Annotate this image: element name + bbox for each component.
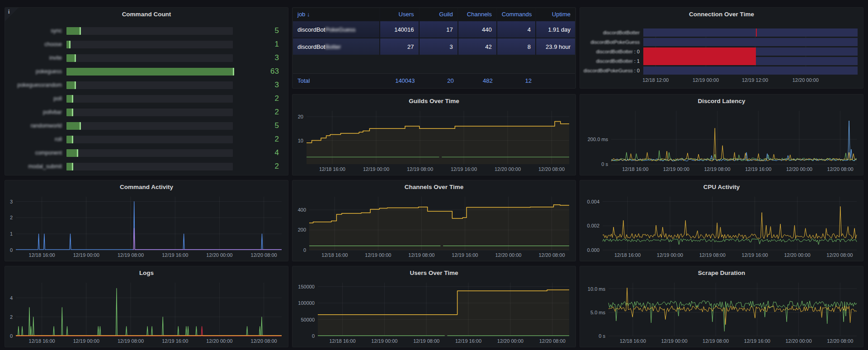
column-header-uptime[interactable]: Uptime [536,8,575,20]
total-value: 12 [497,74,536,88]
command-bar-row: choose1 [9,40,281,48]
svg-text:0.004: 0.004 [587,199,599,204]
panel-users-over-time: Users Over Time 12/18 16:0012/19 00:0012… [292,266,576,347]
svg-text:12/20 00:00: 12/20 00:00 [497,338,524,344]
svg-text:12/20 08:00: 12/20 08:00 [539,338,566,344]
panel-channels-over-time: Channels Over Time 12/18 16:0012/19 00:0… [292,180,576,261]
panel-title-latency[interactable]: Discord Latency [580,95,863,107]
svg-text:200: 200 [298,227,306,232]
svg-text:150000: 150000 [298,284,315,289]
timeline-row: discordBotBotter : 1 [580,57,858,65]
command-label: randomworld [9,123,66,129]
panel-title-logs[interactable]: Logs [5,266,288,279]
panel-command-activity: Command Activity 12/18 16:0012/19 00:001… [5,180,288,261]
job-cell: discordBotBotter [293,38,380,55]
svg-text:12/18 16:00: 12/18 16:00 [321,252,348,258]
svg-text:12/18 16:00: 12/18 16:00 [29,252,55,258]
svg-text:12/20 08:00: 12/20 08:00 [251,338,277,344]
command-bar-row: poll2 [9,95,281,103]
value-cell: 23.9 hour [536,38,575,55]
timeline-bar [643,47,858,56]
svg-text:2: 2 [10,314,13,320]
svg-text:12/19 08:00: 12/19 08:00 [118,338,144,344]
svg-text:12/19 08:00: 12/19 08:00 [118,252,144,258]
chart-svg: 12/18 16:0012/19 00:0012/19 08:0012/19 1… [582,108,860,173]
svg-text:12/20 00:00: 12/20 00:00 [785,338,811,344]
command-bar-track [66,27,233,35]
svg-text:12/18 16:00: 12/18 16:00 [29,338,55,344]
command-bar-track [66,54,233,62]
value-cell: 140016 [380,20,419,38]
value-cell: 17 [420,20,458,38]
panel-guilds-over-time: Guilds Over Time 12/18 16:0012/19 00:001… [292,94,576,175]
command-bar-row: pokeguess63 [9,67,281,76]
column-header-users[interactable]: Users [380,8,419,20]
command-label: component [9,150,66,156]
timeline-row: discordBotBotter [580,28,858,37]
stats-table-grid: job ↓UsersGuildChannelsCommandsUptimedis… [293,8,575,55]
total-value: 20 [420,74,458,88]
svg-text:12/18 16:00: 12/18 16:00 [614,252,641,258]
panel-title-guilds[interactable]: Guilds Over Time [292,95,576,107]
command-bar-fill [66,41,71,48]
panel-title-command-count[interactable]: Command Count [5,8,288,20]
job-name-redacted: discordBotPokeGuess [590,39,640,45]
svg-text:12/19 16:00: 12/19 16:00 [162,338,188,344]
command-bar-fill [66,81,76,89]
svg-text:12/20 00:00: 12/20 00:00 [206,252,232,258]
panel-logs: Logs 12/18 16:0012/19 00:0012/19 08:0012… [5,266,288,347]
command-bar-row: pollvbar2 [9,108,281,116]
chart-svg: 12/18 16:0012/19 00:0012/19 08:0012/19 1… [7,194,285,259]
command-count-value: 1 [233,40,281,49]
svg-text:12/19 00:00: 12/19 00:00 [73,252,99,258]
column-header-guild[interactable]: Guild [420,8,458,20]
command-bar-fill [66,95,73,103]
svg-text:1: 1 [10,231,13,236]
command-count-value: 4 [233,148,281,157]
column-header-job[interactable]: job ↓ [293,8,380,20]
column-header-commands[interactable]: Commands [497,8,536,20]
panel-info-corner[interactable]: i [5,8,19,21]
panel-title-command-activity[interactable]: Command Activity [5,180,288,193]
svg-text:100000: 100000 [298,300,315,306]
timeline-row: discordBotPokeGuess : 0 [580,66,858,75]
svg-text:12/19 08:00: 12/19 08:00 [408,252,434,258]
svg-text:0 s: 0 s [599,333,605,339]
value-cell: 1.91 day [536,20,575,38]
info-icon: i [8,9,9,15]
panel-title-scrape[interactable]: Scrape Duration [580,266,863,279]
command-label: pokeguessrandom [9,82,66,88]
command-bar-fill [66,163,73,170]
command-bar-track [66,95,233,103]
timeline-row: discordBotPokeGuess [580,38,858,46]
command-label: roll [9,136,66,142]
timeline-bar [643,28,858,37]
svg-text:12/19 00:00: 12/19 00:00 [363,166,389,172]
x-tick-label: 12/20 00:00 [785,77,826,83]
command-count-value: 63 [233,67,281,76]
command-bar-fill [66,122,81,130]
panel-title-channels[interactable]: Channels Over Time [292,180,576,193]
svg-text:12/19 16:00: 12/19 16:00 [455,338,481,344]
svg-text:12/20 08:00: 12/20 08:00 [538,166,565,172]
svg-text:12/18 16:00: 12/18 16:00 [620,338,646,344]
svg-text:12/20 08:00: 12/20 08:00 [251,252,277,258]
svg-text:0: 0 [10,247,13,253]
panel-stats-table: job ↓UsersGuildChannelsCommandsUptimedis… [292,7,576,89]
timeline-label: discordBotBotter : 1 [580,57,643,65]
panel-title-connection[interactable]: Connection Over Time [580,8,863,20]
svg-text:20: 20 [298,114,303,119]
svg-text:2: 2 [10,215,13,220]
total-value: 140043 [380,74,419,88]
column-header-channels[interactable]: Channels [458,8,497,20]
svg-text:12/20 08:00: 12/20 08:00 [827,166,854,172]
chart-svg: 12/18 16:0012/19 00:0012/19 08:0012/19 1… [582,280,860,345]
total-value: 482 [458,74,497,88]
panel-title-cpu[interactable]: CPU Activity [580,180,863,193]
svg-text:5.0 ms: 5.0 ms [590,310,606,315]
timeline-bar [643,57,858,65]
panel-cpu-activity: CPU Activity 12/18 16:0012/19 00:0012/19… [580,180,863,261]
svg-text:12/19 16:00: 12/19 16:00 [451,166,477,172]
panel-title-users[interactable]: Users Over Time [292,266,576,279]
total-label: Total [293,74,380,88]
